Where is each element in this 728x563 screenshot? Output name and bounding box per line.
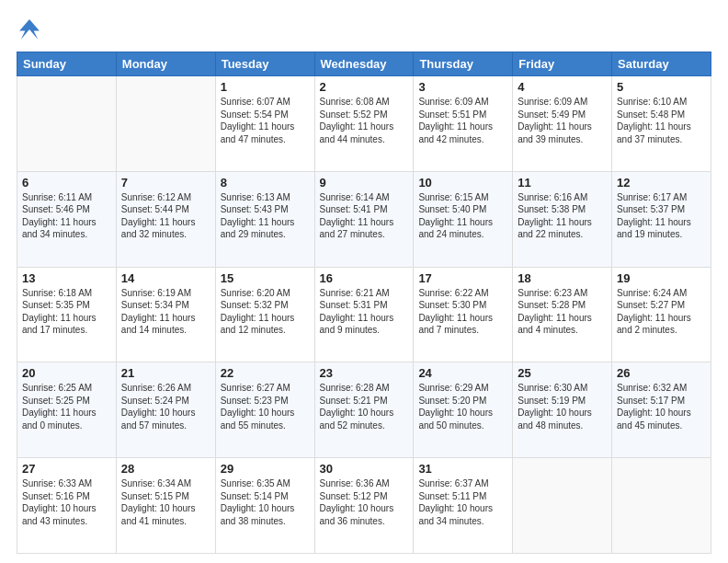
calendar-day-cell: 28Sunrise: 6:34 AM Sunset: 5:15 PM Dayli… — [116, 458, 215, 554]
calendar-weekday-header: Sunday — [17, 52, 117, 76]
day-info: Sunrise: 6:09 AM Sunset: 5:49 PM Dayligh… — [518, 96, 607, 145]
day-info: Sunrise: 6:29 AM Sunset: 5:20 PM Dayligh… — [418, 382, 507, 431]
calendar-day-cell: 11Sunrise: 6:16 AM Sunset: 5:38 PM Dayli… — [513, 171, 612, 267]
day-number: 17 — [418, 271, 507, 285]
day-info: Sunrise: 6:13 AM Sunset: 5:43 PM Dayligh… — [221, 191, 310, 241]
day-number: 13 — [22, 271, 111, 285]
day-info: Sunrise: 6:30 AM Sunset: 5:19 PM Dayligh… — [518, 382, 607, 431]
svg-marker-0 — [19, 19, 40, 40]
calendar-day-cell: 6Sunrise: 6:11 AM Sunset: 5:46 PM Daylig… — [17, 171, 117, 267]
calendar-weekday-header: Tuesday — [215, 52, 314, 76]
calendar-day-cell: 24Sunrise: 6:29 AM Sunset: 5:20 PM Dayli… — [414, 362, 513, 458]
day-info: Sunrise: 6:32 AM Sunset: 5:17 PM Dayligh… — [617, 382, 706, 431]
day-info: Sunrise: 6:14 AM Sunset: 5:41 PM Dayligh… — [320, 191, 409, 241]
calendar-day-cell: 7Sunrise: 6:12 AM Sunset: 5:44 PM Daylig… — [116, 171, 215, 267]
day-info: Sunrise: 6:12 AM Sunset: 5:44 PM Dayligh… — [121, 191, 210, 241]
calendar-day-cell: 22Sunrise: 6:27 AM Sunset: 5:23 PM Dayli… — [215, 362, 314, 458]
day-info: Sunrise: 6:09 AM Sunset: 5:51 PM Dayligh… — [418, 96, 507, 145]
day-number: 2 — [320, 80, 409, 94]
day-info: Sunrise: 6:34 AM Sunset: 5:15 PM Dayligh… — [121, 477, 210, 527]
day-info: Sunrise: 6:08 AM Sunset: 5:52 PM Dayligh… — [320, 96, 409, 145]
day-number: 5 — [617, 80, 706, 94]
logo — [17, 17, 46, 42]
day-info: Sunrise: 6:27 AM Sunset: 5:23 PM Dayligh… — [221, 382, 310, 431]
calendar-day-cell — [513, 458, 612, 554]
calendar-day-cell: 12Sunrise: 6:17 AM Sunset: 5:37 PM Dayli… — [612, 171, 711, 267]
calendar-day-cell: 1Sunrise: 6:07 AM Sunset: 5:54 PM Daylig… — [215, 76, 314, 172]
calendar-day-cell — [17, 76, 117, 172]
calendar-weekday-header: Monday — [116, 52, 215, 76]
calendar-weekday-header: Wednesday — [314, 52, 414, 76]
calendar-day-cell: 15Sunrise: 6:20 AM Sunset: 5:32 PM Dayli… — [215, 267, 314, 362]
day-info: Sunrise: 6:16 AM Sunset: 5:38 PM Dayligh… — [518, 191, 607, 241]
calendar-day-cell: 23Sunrise: 6:28 AM Sunset: 5:21 PM Dayli… — [314, 362, 414, 458]
day-info: Sunrise: 6:21 AM Sunset: 5:31 PM Dayligh… — [320, 287, 409, 337]
calendar-day-cell: 21Sunrise: 6:26 AM Sunset: 5:24 PM Dayli… — [116, 362, 215, 458]
day-info: Sunrise: 6:33 AM Sunset: 5:16 PM Dayligh… — [22, 477, 111, 527]
calendar-day-cell — [612, 458, 711, 554]
day-number: 23 — [320, 366, 409, 380]
day-info: Sunrise: 6:18 AM Sunset: 5:35 PM Dayligh… — [22, 287, 111, 337]
day-info: Sunrise: 6:07 AM Sunset: 5:54 PM Dayligh… — [221, 96, 310, 145]
day-info: Sunrise: 6:36 AM Sunset: 5:12 PM Dayligh… — [320, 477, 409, 527]
day-number: 22 — [221, 366, 310, 380]
day-info: Sunrise: 6:37 AM Sunset: 5:11 PM Dayligh… — [418, 477, 507, 527]
day-info: Sunrise: 6:15 AM Sunset: 5:40 PM Dayligh… — [418, 191, 507, 241]
day-number: 21 — [121, 366, 210, 380]
calendar-day-cell: 29Sunrise: 6:35 AM Sunset: 5:14 PM Dayli… — [215, 458, 314, 554]
day-info: Sunrise: 6:20 AM Sunset: 5:32 PM Dayligh… — [221, 287, 310, 337]
calendar-body: 1Sunrise: 6:07 AM Sunset: 5:54 PM Daylig… — [17, 76, 711, 554]
day-number: 16 — [320, 271, 409, 285]
calendar-day-cell: 5Sunrise: 6:10 AM Sunset: 5:48 PM Daylig… — [612, 76, 711, 172]
day-number: 11 — [518, 176, 607, 190]
day-info: Sunrise: 6:35 AM Sunset: 5:14 PM Dayligh… — [221, 477, 310, 527]
calendar-day-cell: 31Sunrise: 6:37 AM Sunset: 5:11 PM Dayli… — [414, 458, 513, 554]
day-number: 18 — [518, 271, 607, 285]
calendar-week-row: 20Sunrise: 6:25 AM Sunset: 5:25 PM Dayli… — [17, 362, 711, 458]
day-number: 27 — [22, 462, 111, 476]
calendar-day-cell: 26Sunrise: 6:32 AM Sunset: 5:17 PM Dayli… — [612, 362, 711, 458]
day-info: Sunrise: 6:26 AM Sunset: 5:24 PM Dayligh… — [121, 382, 210, 431]
day-number: 29 — [221, 462, 310, 476]
day-number: 24 — [418, 366, 507, 380]
day-number: 26 — [617, 366, 706, 380]
calendar-day-cell: 19Sunrise: 6:24 AM Sunset: 5:27 PM Dayli… — [612, 267, 711, 362]
day-info: Sunrise: 6:11 AM Sunset: 5:46 PM Dayligh… — [22, 191, 111, 241]
day-number: 8 — [221, 176, 310, 190]
calendar-day-cell: 10Sunrise: 6:15 AM Sunset: 5:40 PM Dayli… — [414, 171, 513, 267]
day-number: 10 — [418, 176, 507, 190]
calendar-day-cell: 27Sunrise: 6:33 AM Sunset: 5:16 PM Dayli… — [17, 458, 117, 554]
calendar-day-cell — [116, 76, 215, 172]
day-info: Sunrise: 6:28 AM Sunset: 5:21 PM Dayligh… — [320, 382, 409, 431]
day-number: 31 — [418, 462, 507, 476]
day-info: Sunrise: 6:10 AM Sunset: 5:48 PM Dayligh… — [617, 96, 706, 145]
day-info: Sunrise: 6:24 AM Sunset: 5:27 PM Dayligh… — [617, 287, 706, 337]
calendar-week-row: 27Sunrise: 6:33 AM Sunset: 5:16 PM Dayli… — [17, 458, 711, 554]
logo-icon — [17, 17, 42, 42]
day-number: 3 — [418, 80, 507, 94]
calendar-weekday-header: Saturday — [612, 52, 711, 76]
calendar-week-row: 6Sunrise: 6:11 AM Sunset: 5:46 PM Daylig… — [17, 171, 711, 267]
calendar-weekday-header: Thursday — [414, 52, 513, 76]
day-info: Sunrise: 6:22 AM Sunset: 5:30 PM Dayligh… — [418, 287, 507, 337]
calendar-day-cell: 13Sunrise: 6:18 AM Sunset: 5:35 PM Dayli… — [17, 267, 117, 362]
day-number: 4 — [518, 80, 607, 94]
day-number: 28 — [121, 462, 210, 476]
calendar-day-cell: 25Sunrise: 6:30 AM Sunset: 5:19 PM Dayli… — [513, 362, 612, 458]
day-info: Sunrise: 6:25 AM Sunset: 5:25 PM Dayligh… — [22, 382, 111, 431]
calendar-day-cell: 17Sunrise: 6:22 AM Sunset: 5:30 PM Dayli… — [414, 267, 513, 362]
day-number: 12 — [617, 176, 706, 190]
day-number: 20 — [22, 366, 111, 380]
day-number: 25 — [518, 366, 607, 380]
calendar-day-cell: 4Sunrise: 6:09 AM Sunset: 5:49 PM Daylig… — [513, 76, 612, 172]
calendar-day-cell: 16Sunrise: 6:21 AM Sunset: 5:31 PM Dayli… — [314, 267, 414, 362]
page: SundayMondayTuesdayWednesdayThursdayFrid… — [0, 0, 728, 563]
calendar-day-cell: 2Sunrise: 6:08 AM Sunset: 5:52 PM Daylig… — [314, 76, 414, 172]
day-number: 30 — [320, 462, 409, 476]
day-number: 7 — [121, 176, 210, 190]
calendar-day-cell: 9Sunrise: 6:14 AM Sunset: 5:41 PM Daylig… — [314, 171, 414, 267]
calendar-table: SundayMondayTuesdayWednesdayThursdayFrid… — [17, 52, 711, 554]
day-info: Sunrise: 6:23 AM Sunset: 5:28 PM Dayligh… — [518, 287, 607, 337]
calendar-week-row: 1Sunrise: 6:07 AM Sunset: 5:54 PM Daylig… — [17, 76, 711, 172]
day-number: 14 — [121, 271, 210, 285]
